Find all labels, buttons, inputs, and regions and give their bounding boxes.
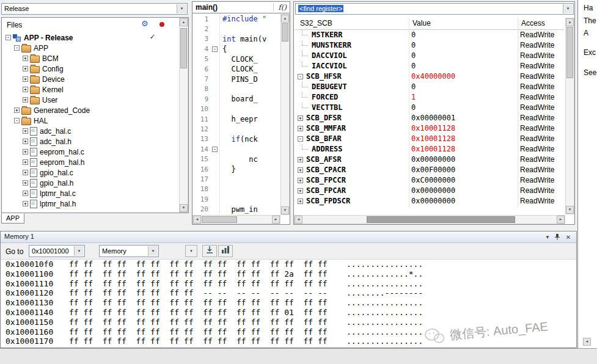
collapse-toggle[interactable]: - [298,74,303,79]
column-header-access[interactable]: Access [521,19,545,27]
code-line[interactable]: 3int main(v [192,34,280,44]
tree-item[interactable]: +gpio_hal.h [3,178,178,188]
register-row[interactable]: MSTKERR0ReadWrite [295,30,564,40]
scroll-left-icon[interactable]: ◄ [583,338,591,346]
scroll-left-icon[interactable]: ◄ [295,216,302,224]
code-line[interactable]: 20 pwm_in [192,204,280,214]
register-row[interactable]: VECTTBL0ReadWrite [295,103,564,113]
column-header-value[interactable]: Value [412,19,431,27]
code-line[interactable]: 13 if(nck [192,134,280,144]
expand-toggle[interactable]: + [23,139,28,144]
code-line[interactable]: 18 [192,184,280,194]
collapse-toggle[interactable]: - [298,136,303,142]
tree-item[interactable]: +eeprom_hal.c [3,147,178,157]
tree-item[interactable]: +gpio_hal.c [3,167,178,178]
tree-item[interactable]: +lptmr_hal.c [3,188,178,198]
code-line[interactable]: 17 [192,174,280,184]
fold-toggle-icon[interactable]: - [212,147,218,152]
tree-item[interactable]: +Config [3,64,178,74]
scroll-down-icon[interactable]: ▼ [566,206,574,214]
register-scrollbar-vertical[interactable]: ▲ ▼ [565,18,574,214]
expand-toggle[interactable]: + [14,107,20,113]
register-row[interactable]: MUNSTKERR0ReadWrite [295,40,564,51]
chevron-down-icon[interactable]: ▼ [563,4,573,13]
code-line[interactable]: 14- [192,144,280,154]
memory-row[interactable]: 0x10001150ff ff ff ff ff ff ff ff ff ff … [1,318,576,327]
expand-toggle[interactable]: + [23,159,28,165]
expand-toggle[interactable]: + [298,167,303,173]
register-row[interactable]: +SCB_MMFAR0x10001128ReadWrite [295,123,564,134]
expand-toggle[interactable]: + [298,115,303,121]
scroll-up-icon[interactable]: ▲ [566,18,574,26]
window-menu-icon[interactable]: ▼ [543,233,552,241]
expand-toggle[interactable]: + [298,126,303,131]
register-row[interactable]: DACCVIOL0ReadWrite [295,51,564,61]
memory-options-dropdown-button[interactable]: ▼ [185,245,197,257]
tree-item[interactable]: +adc_hal.c [3,126,178,136]
close-icon[interactable]: ✕ [564,233,573,241]
fold-toggle-icon[interactable]: - [212,46,218,52]
expand-toggle[interactable]: + [23,97,28,103]
code-line[interactable]: 8 [192,84,280,94]
memory-zone-combobox[interactable]: Memory ▼ [99,245,159,257]
code-line[interactable]: 16 } [192,164,280,174]
code-line[interactable]: 4-{ [192,44,280,54]
expand-toggle[interactable]: + [23,87,28,92]
code-line[interactable]: 15 nc [192,154,280,164]
register-row[interactable]: DEBUGEVT0ReadWrite [295,82,564,92]
memory-row[interactable]: 0x10001110ff ff ff ff ff ff ff ff ff ff … [1,279,576,289]
scrollbar-thumb[interactable] [282,23,288,42]
register-row[interactable]: FORCED1ReadWrite [295,92,564,103]
memory-row[interactable]: 0x100010f0ff ff ff ff ff ff ff ff ff ff … [1,260,576,269]
code-line[interactable]: 19 [192,194,280,204]
memory-dump[interactable]: 0x100010f0ff ff ff ff ff ff ff ff ff ff … [1,260,576,348]
scroll-down-icon[interactable]: ▼ [281,206,289,214]
code-line[interactable]: 2 [192,24,280,34]
tree-item[interactable]: +adc_hal.h [3,136,178,147]
memory-format-icon-button[interactable] [218,245,233,257]
collapse-toggle[interactable]: - [14,45,20,51]
code-line[interactable]: 1#include " [192,14,280,24]
code-line[interactable]: 6 CLOCK_ [192,64,280,74]
scroll-up-icon[interactable]: ▲ [180,18,188,26]
register-row[interactable]: +SCB_DFSR0x00000001ReadWrite [295,113,564,123]
goto-memory-icon-button[interactable] [202,245,217,257]
memory-row[interactable]: 0x10001140ff ff ff ff ff ff ff ff ff ff … [1,308,576,318]
code-line[interactable]: 9 board_ [192,94,280,104]
tree-item[interactable]: -APP - Release✓ [3,32,178,43]
goto-address-combobox[interactable]: 0x10001000 ▼ [29,245,85,257]
expand-toggle[interactable]: + [298,198,303,204]
tree-item[interactable]: +lptmr_hal.h [3,198,178,209]
gear-icon[interactable]: ⚙ [141,19,148,28]
memory-row[interactable]: 0x10001100ff ff ff ff ff ff ff ff ff ff … [1,269,576,279]
scrollbar-thumb[interactable] [180,28,187,68]
expand-toggle[interactable]: + [23,76,28,82]
collapse-toggle[interactable]: - [14,118,20,123]
memory-row[interactable]: 0x10001170ff ff ff ff ff ff ff ff ff ff … [1,337,576,346]
tree-item[interactable]: -APP [3,43,178,53]
memory-row[interactable]: 0x10001120ff ff ff ff ff ff ff ff -- -- … [1,288,576,298]
scroll-up-icon[interactable]: ▲ [281,15,289,23]
chevron-down-icon[interactable]: ▼ [177,4,186,13]
expand-toggle[interactable]: + [23,128,28,134]
scroll-right-icon[interactable]: ► [272,216,280,224]
expand-toggle[interactable]: + [23,66,28,71]
tree-item[interactable]: +Generated_Code [3,105,178,115]
build-config-select[interactable]: Release ▼ [1,3,188,15]
code-line[interactable]: 5 CLOCK_ [192,54,280,64]
scroll-right-icon[interactable]: ► [557,216,565,224]
tree-item[interactable]: +Kernel [3,84,178,95]
tree-item[interactable]: -HAL [3,115,178,126]
collapse-toggle[interactable]: - [5,35,11,40]
chevron-down-icon[interactable]: ▼ [148,246,158,256]
expand-toggle[interactable]: + [23,149,28,155]
editor-scrollbar-horizontal[interactable]: ◄ ► [192,215,280,224]
tree-item[interactable]: +User [3,95,178,105]
files-scrollbar-vertical[interactable]: ▲ ▼ [179,18,188,213]
editor-scrollbar-vertical[interactable]: ▲ ▼ [280,14,290,215]
memory-row[interactable]: 0x10001130ff ff ff ff ff ff ff ff ff ff … [1,298,576,308]
register-row[interactable]: -SCB_BFAR0x10001128ReadWrite [295,134,564,144]
expand-toggle[interactable]: + [23,191,28,196]
register-row[interactable]: +SCB_CPACR0x00F00000ReadWrite [295,165,564,175]
function-list-icon[interactable]: f() [273,3,287,12]
